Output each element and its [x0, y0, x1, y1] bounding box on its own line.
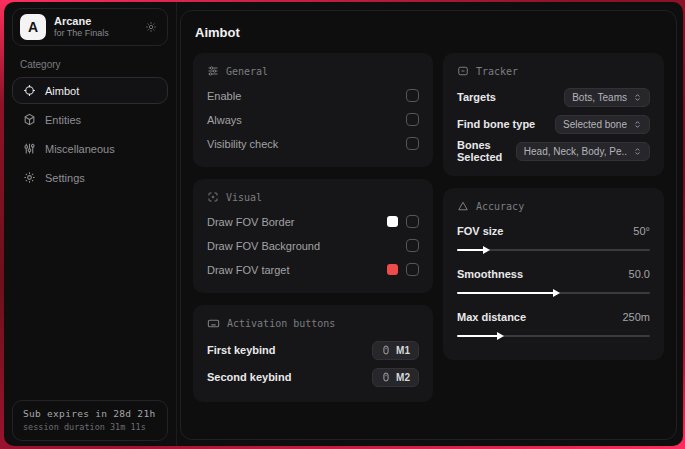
setting-row-draw-fov-border: Draw FOV Border [207, 210, 419, 233]
setting-label: Always [207, 114, 242, 126]
sidebar-item-label: Miscellaneous [45, 143, 115, 155]
enable-checkbox[interactable] [406, 89, 419, 102]
app-name: Arcane [54, 15, 109, 28]
tracker-card: Tracker Targets Bots, Teams [443, 53, 664, 176]
second-keybind-button[interactable]: M2 [372, 368, 419, 387]
general-card-header: General [207, 65, 419, 77]
setting-row-first-keybind: First keybind M1 [207, 337, 419, 363]
app-window: A Arcane for The Finals Category Aimbot [4, 2, 683, 446]
left-column: General Enable Always Visibility check [193, 53, 433, 402]
app-logo-card: A Arcane for The Finals [12, 8, 168, 46]
setting-label: Draw FOV Background [207, 240, 320, 252]
unfold-icon [633, 93, 642, 102]
fov-size-slider[interactable] [457, 249, 650, 251]
slider-label-row: Max distance 250m [457, 305, 650, 328]
setting-row-draw-fov-background: Draw FOV Background [207, 234, 419, 257]
slider-thumb[interactable] [483, 246, 490, 254]
setting-label: Targets [457, 91, 496, 103]
draw-fov-border-checkbox[interactable] [406, 215, 419, 228]
draw-fov-target-checkbox[interactable] [406, 263, 419, 276]
content-columns: General Enable Always Visibility check [193, 53, 664, 402]
sliders-horizontal-icon [207, 65, 219, 77]
slider-value: 50° [633, 225, 650, 237]
keyboard-icon [207, 317, 220, 330]
unfold-icon [633, 147, 642, 156]
subscription-info-card: Sub expires in 28d 21h session duration … [12, 400, 168, 441]
setting-label: Bones Selected [457, 139, 516, 163]
sidebar: A Arcane for The Finals Category Aimbot [4, 2, 177, 446]
sub-expiry-text: Sub expires in 28d 21h [23, 408, 157, 419]
main-panel: Aimbot Genera [180, 10, 677, 440]
slider-value: 50.0 [629, 268, 650, 280]
setting-group-smoothness: Smoothness 50.0 [457, 262, 650, 294]
triangle-icon [457, 200, 469, 212]
keybind-value: M2 [396, 372, 410, 383]
slider-fill [457, 292, 554, 294]
card-title: Tracker [476, 66, 518, 77]
smoothness-slider[interactable] [457, 292, 650, 294]
slider-thumb[interactable] [497, 332, 504, 340]
setting-label: Visibility check [207, 138, 278, 150]
setting-label: Smoothness [457, 268, 523, 280]
setting-row-draw-fov-target: Draw FOV target [207, 258, 419, 281]
slider-thumb[interactable] [553, 289, 560, 297]
color-swatch-white[interactable] [387, 216, 398, 227]
setting-label: First keybind [207, 344, 275, 356]
gear-icon[interactable] [145, 21, 157, 33]
dropdown-value: Bots, Teams [572, 92, 627, 103]
slider-label-row: Smoothness 50.0 [457, 262, 650, 285]
mouse-icon [381, 372, 391, 382]
always-checkbox[interactable] [406, 113, 419, 126]
bones-selected-dropdown[interactable]: Head, Neck, Body, Pe.. [516, 142, 650, 161]
visibility-check-checkbox[interactable] [406, 137, 419, 150]
app-subtitle: for The Finals [54, 28, 109, 39]
scan-icon [457, 65, 469, 77]
visual-card-header: Visual [207, 191, 419, 203]
category-label: Category [20, 59, 160, 70]
setting-label: Second keybind [207, 371, 291, 383]
card-title: General [226, 66, 268, 77]
setting-row-always: Always [207, 108, 419, 131]
setting-row-enable: Enable [207, 84, 419, 107]
slider-fill [457, 335, 498, 337]
mouse-icon [381, 345, 391, 355]
activation-card-header: Activation buttons [207, 317, 419, 330]
setting-group-fov-size: FOV size 50° [457, 219, 650, 251]
accuracy-card-header: Accuracy [457, 200, 650, 212]
slider-label-row: FOV size 50° [457, 219, 650, 242]
sidebar-item-entities[interactable]: Entities [12, 106, 168, 133]
setting-row-bones-selected: Bones Selected Head, Neck, Body, Pe.. [457, 138, 650, 164]
draw-fov-background-checkbox[interactable] [406, 239, 419, 252]
setting-label: Draw FOV target [207, 264, 290, 276]
focus-icon [207, 191, 219, 203]
find-bone-type-dropdown[interactable]: Selected bone [555, 115, 650, 134]
page-title: Aimbot [195, 25, 662, 40]
crosshair-icon [23, 84, 36, 97]
app-logo: A [20, 14, 46, 40]
keybind-value: M1 [396, 345, 410, 356]
sidebar-item-miscellaneous[interactable]: Miscellaneous [12, 135, 168, 162]
setting-label: Enable [207, 90, 241, 102]
setting-label: Max distance [457, 311, 526, 323]
unfold-icon [633, 120, 642, 129]
visual-card: Visual Draw FOV Border Draw FOV Backgrou… [193, 179, 433, 293]
first-keybind-button[interactable]: M1 [372, 341, 419, 360]
card-title: Activation buttons [227, 318, 335, 329]
sidebar-item-aimbot[interactable]: Aimbot [12, 77, 168, 104]
setting-group-max-distance: Max distance 250m [457, 305, 650, 337]
accuracy-card: Accuracy FOV size 50° [443, 188, 664, 360]
setting-label: Draw FOV Border [207, 216, 294, 228]
activation-buttons-card: Activation buttons First keybind M1 [193, 305, 433, 402]
sidebar-item-label: Aimbot [45, 85, 79, 97]
tracker-card-header: Tracker [457, 65, 650, 77]
sidebar-item-settings[interactable]: Settings [12, 164, 168, 191]
right-column: Tracker Targets Bots, Teams [443, 53, 664, 360]
max-distance-slider[interactable] [457, 335, 650, 337]
setting-row-targets: Targets Bots, Teams [457, 84, 650, 110]
card-title: Accuracy [476, 201, 524, 212]
targets-dropdown[interactable]: Bots, Teams [564, 88, 650, 107]
row-controls [387, 215, 419, 228]
color-swatch-red[interactable] [387, 264, 398, 275]
sliders-icon [23, 142, 36, 155]
session-duration-text: session duration 31m 11s [23, 422, 157, 432]
